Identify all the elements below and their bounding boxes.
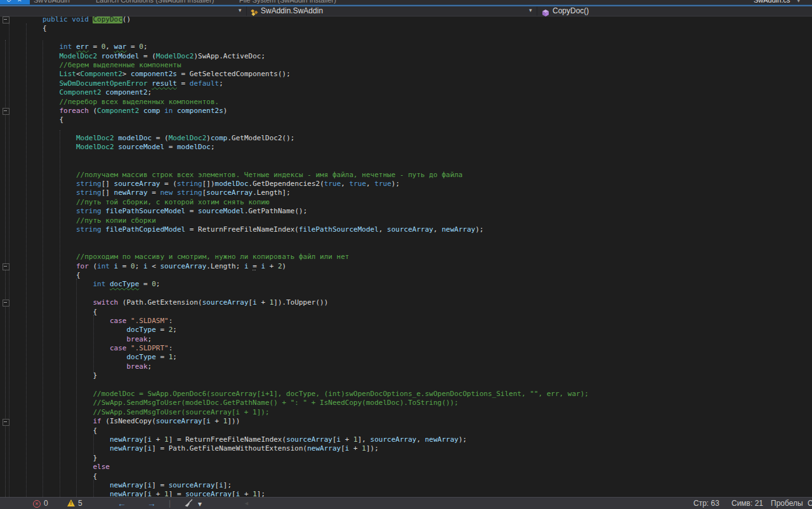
- collapse-region-button[interactable]: [3, 300, 10, 307]
- tab-swvbaddin[interactable]: SwVbAddin: [34, 0, 70, 4]
- collapse-region-button[interactable]: [3, 108, 10, 115]
- code-line: int docType = 0;: [0, 280, 812, 289]
- code-line: docType = 1;: [0, 353, 812, 362]
- code-line: {: [0, 271, 812, 280]
- code-line: //получаем массив строк всех элементов. …: [0, 171, 812, 180]
- code-line: [0, 161, 812, 170]
- code-line: }: [0, 371, 812, 380]
- code-line: //путь копии сборки: [0, 216, 812, 225]
- refresh-icon[interactable]: ⟳: [7, 0, 12, 3]
- chevron-down-icon[interactable]: ▾: [239, 7, 242, 13]
- code-line: case ".SLDASM":: [0, 317, 812, 326]
- code-line: //modelDoc = SwApp.OpenDoc6(sourceArray[…: [0, 390, 812, 399]
- member-dropdown-text: CopyDoc(): [553, 6, 589, 16]
- separator: |: [169, 498, 171, 509]
- code-line: ModelDoc2 rootModel = (ModelDoc2)SwApp.A…: [0, 52, 812, 61]
- code-line: List<Component2> component2s = GetSelect…: [0, 70, 812, 79]
- code-line: case ".SLDPRT":: [0, 344, 812, 353]
- code-line: //путь той сборки, с которой хотим снять…: [0, 198, 812, 207]
- navigation-bar: ▾ SwAddin.SwAddin ▾ CopyDoc(): [0, 6, 812, 17]
- code-line: {: [0, 308, 812, 317]
- code-line: newArray[i] = Path.GetFileNameWithoutExt…: [0, 444, 812, 453]
- code-line: public void CopyDoc(): [0, 16, 812, 24]
- warnings-count[interactable]: 5: [78, 498, 82, 509]
- doc-list-dropdown-icon[interactable]: ▾: [797, 0, 801, 4]
- warnings-icon[interactable]: [67, 499, 75, 506]
- code-editor[interactable]: public void CopyDoc() { int err = 0, war…: [0, 16, 812, 497]
- code-line: {: [0, 116, 812, 124]
- tab-file-system[interactable]: File System (SwAddin Installer): [239, 0, 336, 4]
- navigate-back-icon[interactable]: ←: [117, 498, 126, 509]
- line-indicator[interactable]: Стр: 63: [693, 498, 719, 509]
- code-line: {: [0, 472, 812, 481]
- code-line: //SwApp.SendMsgToUser(sourceArray[i + 1]…: [0, 408, 812, 417]
- errors-count[interactable]: 0: [44, 498, 48, 509]
- code-line: string filePathSourceModel = sourceModel…: [0, 207, 812, 216]
- code-line: docType = 2;: [0, 326, 812, 334]
- project-dropdown[interactable]: ▾: [0, 6, 247, 16]
- close-icon[interactable]: ✕: [17, 0, 22, 3]
- collapse-region-button[interactable]: [3, 263, 10, 270]
- editor-status-bar: 0 5 ← → | ▾ ◄ Стр: 63 Симв: 21 Пробелы C: [0, 497, 812, 509]
- code-text: public void CopyDoc() { int err = 0, war…: [0, 16, 812, 497]
- char-indicator[interactable]: Симв: 21: [731, 498, 763, 509]
- tab-launch-conditions[interactable]: Launch Conditions (SwAddin Installer): [96, 0, 214, 4]
- code-line: //SwApp.SendMsgToUser(modelDoc.GetPathNa…: [0, 399, 812, 407]
- active-tab-fragment[interactable]: ⟳ ✕: [0, 0, 30, 4]
- code-line: [0, 289, 812, 298]
- code-line: for (int i = 0; i < sourceArray.Length; …: [0, 262, 812, 271]
- code-line: {: [0, 24, 812, 33]
- code-line: [0, 125, 812, 134]
- code-line: newArray[i] = sourceArray[i];: [0, 481, 812, 490]
- hscroll-left-arrow-icon[interactable]: ◄: [244, 498, 249, 509]
- code-line: ModelDoc2 sourceModel = modelDoc;: [0, 143, 812, 152]
- code-line: }: [0, 454, 812, 463]
- code-line: //перебор всех выделенных компонентов.: [0, 98, 812, 107]
- code-line: string filePathCopiedModel = ReturnFreeF…: [0, 225, 812, 234]
- member-dropdown[interactable]: CopyDoc(): [537, 6, 812, 16]
- class-icon: [250, 8, 258, 19]
- navigate-forward-icon[interactable]: →: [147, 498, 156, 509]
- code-line: string[] newArray = new string[sourceArr…: [0, 188, 812, 197]
- code-line: Component2 component2;: [0, 88, 812, 97]
- code-line: SwDmDocumentOpenError result = default;: [0, 79, 812, 88]
- code-line: {: [0, 426, 812, 435]
- code-line: break;: [0, 335, 812, 344]
- code-line: switch (Path.GetExtension(sourceArray[i …: [0, 298, 812, 307]
- chevron-down-icon[interactable]: ▾: [198, 498, 202, 509]
- document-tab-bar: ⟳ ✕ SwVbAddin Launch Conditions (SwAddin…: [0, 0, 812, 4]
- tab-swaddin-cs[interactable]: SwAddin.cs: [754, 0, 790, 4]
- vs-window: ⟳ ✕ SwVbAddin Launch Conditions (SwAddin…: [0, 0, 812, 509]
- errors-icon[interactable]: [33, 500, 41, 508]
- method-icon: [542, 8, 549, 19]
- spaces-indicator[interactable]: Пробелы: [771, 498, 803, 509]
- code-line: int err = 0, war = 0;: [0, 43, 812, 51]
- code-line: ModelDoc2 modelDoc = (ModelDoc2)comp.Get…: [0, 134, 812, 143]
- type-dropdown[interactable]: SwAddin.SwAddin ▾: [246, 6, 537, 16]
- code-line: string[] sourceArray = (string[])modelDo…: [0, 180, 812, 188]
- code-line: break;: [0, 362, 812, 371]
- code-line: [0, 34, 812, 43]
- code-line: if (IsNeedCopy(sourceArray[i + 1])): [0, 417, 812, 426]
- code-line: else: [0, 463, 812, 472]
- collapse-region-button[interactable]: [3, 17, 10, 23]
- line-ending-indicator[interactable]: C: [808, 498, 812, 509]
- code-line: [0, 244, 812, 253]
- code-line: //берем выделенные компоненты: [0, 61, 812, 70]
- code-cleanup-broom-icon[interactable]: [184, 499, 193, 509]
- code-line: newArray[i + 1] = ReturnFreeFileNameInde…: [0, 435, 812, 444]
- code-line: [0, 381, 812, 390]
- code-line: [0, 234, 812, 243]
- chevron-down-icon[interactable]: ▾: [529, 7, 532, 13]
- collapse-region-button[interactable]: [3, 419, 10, 426]
- code-line: foreach (Component2 comp in component2s): [0, 107, 812, 116]
- code-line: [0, 152, 812, 161]
- code-line: newArray[i + 1] = sourceArray[i + 1];: [0, 490, 812, 497]
- code-line: //проходим по массиву и смотрим, нужно л…: [0, 253, 812, 261]
- type-dropdown-text: SwAddin.SwAddin: [261, 6, 323, 16]
